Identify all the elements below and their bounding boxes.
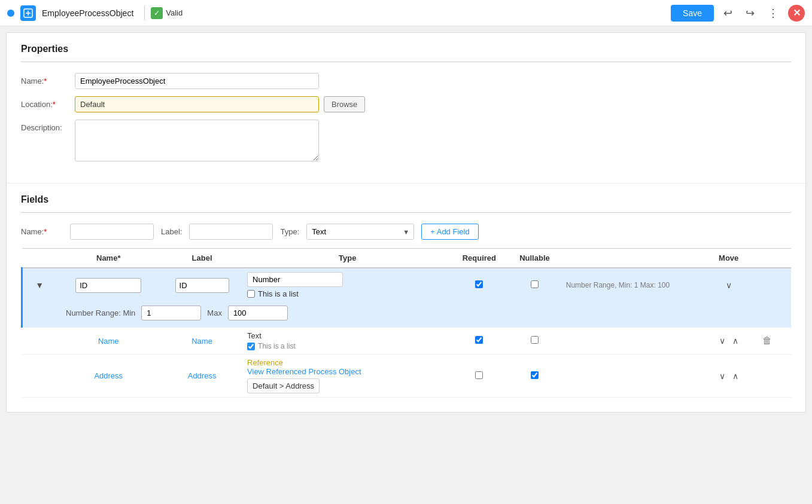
name-nullable-cell <box>507 328 562 355</box>
save-button[interactable]: Save <box>671 5 714 22</box>
close-button[interactable]: ✕ <box>788 5 805 22</box>
name-type-text: Text <box>247 331 448 340</box>
properties-title: Properties <box>21 44 791 54</box>
table-row: ▼ Number Text Boolean <box>22 268 792 302</box>
address-type-reference: Reference <box>247 358 448 367</box>
expand-cell: ▼ <box>22 268 57 302</box>
table-row: Name Name Text This is a list <box>22 328 792 355</box>
table-header-row: Name* Label Type Required Nullable Move <box>22 249 792 268</box>
address-field-name: Address <box>94 371 123 380</box>
th-type: Type <box>244 249 451 268</box>
label-label: Label: <box>161 227 182 236</box>
address-required-cell <box>451 355 507 398</box>
id-move-cell: ∨ <box>701 268 756 302</box>
topbar: EmployeeProcessObject ✓ Valid Save ↩ ↪ ⋮… <box>0 0 812 26</box>
name-delete-button[interactable]: 🗑 <box>760 334 774 347</box>
is-list-row: This is a list <box>247 289 448 298</box>
address-expand-cell <box>22 355 57 398</box>
address-info-cell <box>562 355 701 398</box>
name-required-checkbox[interactable] <box>475 336 483 344</box>
name-move-cell: ∨ ∧ <box>701 328 756 355</box>
name-move-down-button[interactable]: ∨ <box>717 335 728 347</box>
th-required: Required <box>451 249 507 268</box>
validation-status: ✓ Valid <box>151 7 183 19</box>
name-label-cell: Name <box>160 328 244 355</box>
address-name-cell: Address <box>56 355 160 398</box>
more-options-button[interactable]: ⋮ <box>764 4 782 22</box>
number-range-min-label: Number Range: Min <box>66 308 135 317</box>
id-name-input[interactable] <box>75 278 141 293</box>
id-required-cell <box>451 268 507 302</box>
type-select[interactable]: Text Number Boolean Date Reference <box>306 224 414 240</box>
topbar-separator <box>144 6 145 20</box>
name-label: Name:* <box>21 77 75 85</box>
fields-divider <box>21 212 791 213</box>
address-move-down-button[interactable]: ∨ <box>717 370 728 382</box>
name-info-cell <box>562 328 701 355</box>
id-type-row: Number Text Boolean Date Reference <box>247 272 448 287</box>
id-delete-cell <box>756 268 791 302</box>
id-label-cell <box>160 268 244 302</box>
undo-button[interactable]: ↩ <box>720 4 736 22</box>
description-textarea[interactable] <box>75 120 319 161</box>
address-required-checkbox[interactable] <box>475 371 483 379</box>
address-type-cell: Reference View Referenced Process Object… <box>244 355 451 398</box>
location-label: Location:* <box>21 100 75 109</box>
id-info-cell: Number Range, Min: 1 Max: 100 <box>562 268 701 302</box>
number-range-row: Number Range: Min Max <box>22 302 792 328</box>
number-range-max-input[interactable] <box>228 306 288 320</box>
browse-button[interactable]: Browse <box>324 96 365 112</box>
address-move-up-button[interactable]: ∧ <box>730 370 741 382</box>
name-required-cell <box>451 328 507 355</box>
address-delete-cell <box>756 355 791 398</box>
th-nullable: Nullable <box>507 249 562 268</box>
add-field-button[interactable]: + Add Field <box>421 224 478 240</box>
address-label-cell: Address <box>160 355 244 398</box>
location-row: Location:* Browse <box>21 96 791 112</box>
id-move-down-button[interactable]: ∨ <box>723 279 734 291</box>
valid-icon: ✓ <box>151 7 163 19</box>
properties-divider <box>21 62 791 62</box>
th-expand <box>22 249 57 268</box>
name-type-cell: Text This is a list <box>244 328 451 355</box>
th-delete <box>756 249 791 268</box>
th-move: Move <box>701 249 756 268</box>
redo-button[interactable]: ↪ <box>742 4 758 22</box>
number-range-min-input[interactable] <box>141 306 201 320</box>
name-field-label: Name <box>191 337 212 346</box>
collapse-button[interactable]: ▼ <box>35 280 44 290</box>
address-move-cell: ∨ ∧ <box>701 355 756 398</box>
field-name-label: Name:* <box>21 227 63 236</box>
address-nullable-cell <box>507 355 562 398</box>
id-type-select[interactable]: Number Text Boolean Date Reference <box>247 272 343 287</box>
view-referenced-process-object-link[interactable]: View Referenced Process Object <box>247 367 448 376</box>
address-nullable-checkbox[interactable] <box>531 371 539 379</box>
status-dot <box>7 10 14 17</box>
name-is-list-row: This is a list <box>247 342 448 350</box>
id-type-cell: Number Text Boolean Date Reference This … <box>244 268 451 302</box>
new-field-name-input[interactable] <box>70 224 154 240</box>
address-ref-value: Default > Address <box>247 378 320 393</box>
app-icon <box>20 5 36 21</box>
name-name-cell: Name <box>56 328 160 355</box>
id-required-checkbox[interactable] <box>475 280 483 288</box>
name-is-list-checkbox[interactable] <box>247 343 255 350</box>
id-is-list-checkbox[interactable] <box>247 290 255 298</box>
name-input[interactable] <box>75 73 319 89</box>
name-nullable-checkbox[interactable] <box>531 336 539 344</box>
name-row: Name:* <box>21 73 791 89</box>
type-label: Type: <box>280 227 299 236</box>
main-content: Properties Name:* Location:* Browse Desc… <box>6 32 806 413</box>
th-name: Name* <box>56 249 160 268</box>
number-range-cell: Number Range: Min Max <box>22 302 792 328</box>
id-label-input[interactable] <box>175 278 229 293</box>
name-move-up-button[interactable]: ∧ <box>730 335 741 347</box>
description-row: Description: <box>21 120 791 161</box>
new-field-label-input[interactable] <box>189 224 273 240</box>
id-nullable-checkbox[interactable] <box>531 280 539 288</box>
th-label: Label <box>160 249 244 268</box>
properties-section: Properties Name:* Location:* Browse Desc… <box>7 33 805 183</box>
name-delete-cell: 🗑 <box>756 328 791 355</box>
location-input[interactable] <box>75 96 319 112</box>
name-expand-cell <box>22 328 57 355</box>
